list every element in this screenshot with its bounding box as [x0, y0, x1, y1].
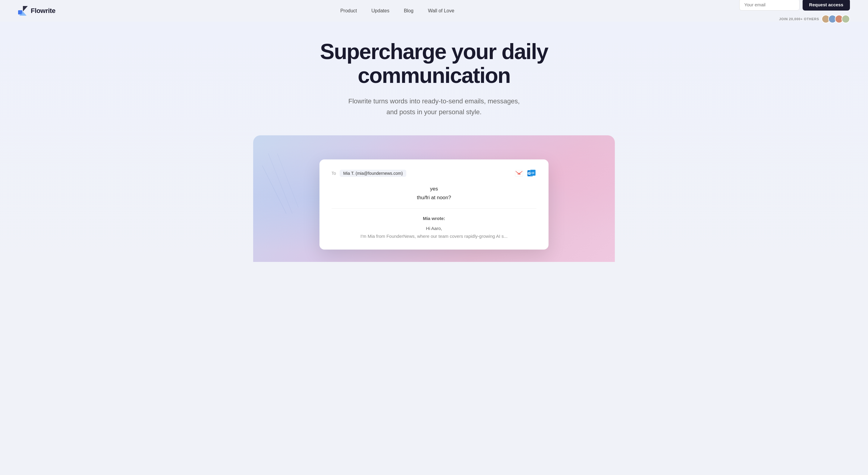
avatars [822, 15, 850, 23]
join-text: JOIN 20,000+ OTHERS [779, 17, 819, 21]
svg-line-4 [268, 153, 292, 214]
svg-line-5 [277, 153, 299, 208]
request-access-button[interactable]: Request access [803, 0, 850, 10]
email-input[interactable] [739, 0, 800, 10]
nav-right: Request access JOIN 20,000+ OTHERS [739, 0, 850, 23]
nav-updates[interactable]: Updates [371, 8, 390, 13]
svg-text:O: O [528, 172, 530, 175]
hero-subtitle: Flowrite turns words into ready-to-send … [344, 96, 524, 117]
email-card: To Mia T. (mia@foundernews.com) M [319, 159, 549, 250]
logo-text: Flowrite [31, 7, 56, 15]
email-app-icons: M Ol O [514, 169, 536, 178]
join-row: JOIN 20,000+ OTHERS [779, 15, 850, 23]
decorative-lines [262, 153, 299, 214]
hero-section: Supercharge your daily communication Flo… [0, 22, 868, 274]
gmail-icon: M [514, 170, 524, 177]
email-body: yes thu/fri at noon? [332, 185, 536, 202]
hero-title-line2: communication [358, 63, 510, 87]
logo-icon [18, 6, 28, 16]
email-to-row: To Mia T. (mia@foundernews.com) M [332, 169, 536, 178]
email-to-label: To [332, 171, 336, 176]
email-to-value: Mia T. (mia@foundernews.com) [340, 170, 407, 177]
email-quoted-section: Mia wrote: Hi Aaro, I'm Mia from Founder… [332, 215, 536, 240]
demo-section: To Mia T. (mia@foundernews.com) M [253, 135, 615, 262]
nav-blog[interactable]: Blog [404, 8, 413, 13]
nav-wall-of-love[interactable]: Wall of Love [428, 8, 454, 13]
nav-links: Product Updates Blog Wall of Love [340, 8, 454, 13]
nav-product[interactable]: Product [340, 8, 357, 13]
quote-greeting: Hi Aaro, [332, 225, 536, 232]
email-body-line1: yes [332, 185, 536, 193]
svg-marker-1 [23, 6, 28, 11]
nav-cta-row: Request access [739, 0, 850, 10]
quote-body: I'm Mia from FounderNews, where our team… [332, 232, 536, 240]
hero-title: Supercharge your daily communication [313, 40, 555, 87]
svg-text:M: M [518, 172, 521, 176]
email-body-line2: thu/fri at noon? [332, 193, 536, 202]
navbar: Flowrite Product Updates Blog Wall of Lo… [0, 0, 868, 22]
email-divider [332, 208, 536, 209]
hero-title-line1: Supercharge your daily [320, 39, 548, 64]
avatar-4 [841, 15, 850, 23]
logo-link[interactable]: Flowrite [18, 6, 56, 16]
quote-attribution: Mia wrote: [332, 215, 536, 222]
svg-text:Ol: Ol [531, 171, 534, 175]
outlook-icon: Ol O [527, 169, 536, 178]
